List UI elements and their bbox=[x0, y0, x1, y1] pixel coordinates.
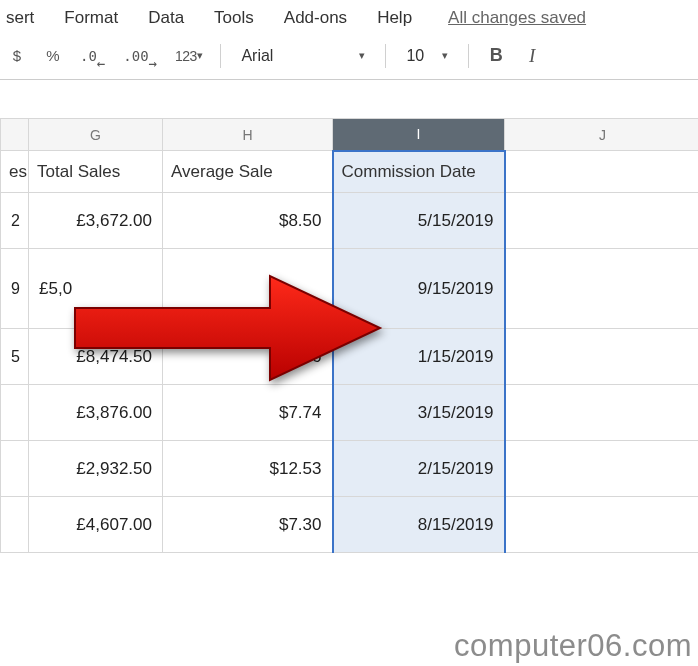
table-row: 5 £8,474.50 $10.66 1/15/2019 bbox=[1, 329, 699, 385]
chevron-down-icon: ▾ bbox=[359, 49, 365, 62]
grid[interactable]: G H I J es Total Sales Average Sale Comm… bbox=[0, 118, 698, 553]
cell[interactable]: £2,932.50 bbox=[29, 441, 163, 497]
cell-commission-date-header[interactable]: Commission Date bbox=[333, 151, 505, 193]
menu-help[interactable]: Help bbox=[371, 6, 418, 30]
cell[interactable]: Average Sale bbox=[163, 151, 333, 193]
table-row: 9 £5,0 9/15/2019 bbox=[1, 249, 699, 329]
toolbar: $ % .0← .00→ 123▾ Arial ▾ 10 ▾ B I bbox=[0, 36, 698, 80]
col-header-I[interactable]: I bbox=[333, 119, 505, 151]
cell[interactable]: $7.74 bbox=[163, 385, 333, 441]
header-row: es Total Sales Average Sale Commission D… bbox=[1, 151, 699, 193]
cell[interactable]: 9/15/2019 bbox=[333, 249, 505, 329]
cell[interactable]: 9 bbox=[1, 249, 29, 329]
table-row: 2 £3,672.00 $8.50 5/15/2019 bbox=[1, 193, 699, 249]
cell[interactable]: £3,876.00 bbox=[29, 385, 163, 441]
cell[interactable] bbox=[505, 497, 699, 553]
font-family-label: Arial bbox=[241, 47, 273, 65]
table-row: £3,876.00 $7.74 3/15/2019 bbox=[1, 385, 699, 441]
cell[interactable]: Total Sales bbox=[29, 151, 163, 193]
cell[interactable] bbox=[1, 385, 29, 441]
cell[interactable]: £8,474.50 bbox=[29, 329, 163, 385]
cell[interactable]: $8.50 bbox=[163, 193, 333, 249]
toolbar-separator bbox=[385, 44, 386, 68]
menu-bar: sert Format Data Tools Add-ons Help All … bbox=[0, 0, 698, 36]
cell[interactable] bbox=[1, 497, 29, 553]
bold-button[interactable]: B bbox=[481, 41, 511, 71]
menu-insert[interactable]: sert bbox=[0, 6, 40, 30]
column-header-row: G H I J bbox=[1, 119, 699, 151]
col-header-F[interactable] bbox=[1, 119, 29, 151]
cell[interactable] bbox=[505, 441, 699, 497]
decrease-decimal-label: .0 bbox=[80, 49, 97, 63]
cell[interactable]: £3,672.00 bbox=[29, 193, 163, 249]
font-size-label: 10 bbox=[406, 47, 424, 65]
cell[interactable]: 3/15/2019 bbox=[333, 385, 505, 441]
cell[interactable] bbox=[505, 329, 699, 385]
spreadsheet: G H I J es Total Sales Average Sale Comm… bbox=[0, 118, 698, 553]
menu-addons[interactable]: Add-ons bbox=[278, 6, 353, 30]
font-size-picker[interactable]: 10 ▾ bbox=[398, 47, 456, 65]
menu-format[interactable]: Format bbox=[58, 6, 124, 30]
cell[interactable] bbox=[505, 193, 699, 249]
menu-tools[interactable]: Tools bbox=[208, 6, 260, 30]
cell[interactable]: £4,607.00 bbox=[29, 497, 163, 553]
more-formats-label: 123 bbox=[175, 48, 197, 64]
currency-button[interactable]: $ bbox=[2, 41, 32, 71]
cell[interactable]: 5/15/2019 bbox=[333, 193, 505, 249]
col-header-H[interactable]: H bbox=[163, 119, 333, 151]
cell[interactable] bbox=[505, 385, 699, 441]
decrease-decimal-button[interactable]: .0← bbox=[74, 41, 111, 71]
more-formats-button[interactable]: 123▾ bbox=[169, 41, 208, 71]
table-row: £4,607.00 $7.30 8/15/2019 bbox=[1, 497, 699, 553]
cell[interactable]: es bbox=[1, 151, 29, 193]
table-row: £2,932.50 $12.53 2/15/2019 bbox=[1, 441, 699, 497]
percent-button[interactable]: % bbox=[38, 41, 68, 71]
cell[interactable]: 2 bbox=[1, 193, 29, 249]
increase-decimal-button[interactable]: .00→ bbox=[117, 41, 163, 71]
cell[interactable]: 1/15/2019 bbox=[333, 329, 505, 385]
cell[interactable] bbox=[505, 249, 699, 329]
toolbar-separator bbox=[468, 44, 469, 68]
col-header-G[interactable]: G bbox=[29, 119, 163, 151]
cell[interactable]: $7.30 bbox=[163, 497, 333, 553]
cell[interactable] bbox=[163, 249, 333, 329]
cell[interactable]: $10.66 bbox=[163, 329, 333, 385]
menu-data[interactable]: Data bbox=[142, 6, 190, 30]
cell[interactable]: 5 bbox=[1, 329, 29, 385]
cell[interactable]: 8/15/2019 bbox=[333, 497, 505, 553]
cell[interactable]: £5,0 bbox=[29, 249, 163, 329]
col-header-J[interactable]: J bbox=[505, 119, 699, 151]
italic-button[interactable]: I bbox=[517, 41, 547, 71]
save-status[interactable]: All changes saved bbox=[448, 8, 586, 28]
cell[interactable]: 2/15/2019 bbox=[333, 441, 505, 497]
cell[interactable] bbox=[505, 151, 699, 193]
cell[interactable]: $12.53 bbox=[163, 441, 333, 497]
cell[interactable] bbox=[1, 441, 29, 497]
font-family-picker[interactable]: Arial ▾ bbox=[233, 47, 373, 65]
toolbar-separator bbox=[220, 44, 221, 68]
increase-decimal-label: .00 bbox=[123, 49, 148, 63]
watermark: computer06.com bbox=[454, 628, 692, 664]
chevron-down-icon: ▾ bbox=[442, 49, 448, 62]
